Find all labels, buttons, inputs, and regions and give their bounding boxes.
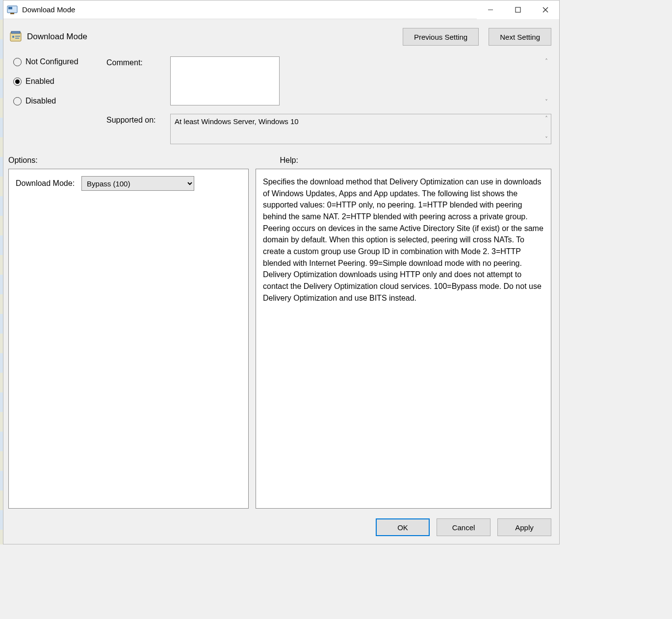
chevron-up-icon: ˄	[543, 57, 550, 65]
titlebar: Download Mode	[3, 0, 559, 19]
window-title: Download Mode	[22, 5, 477, 14]
svg-rect-7	[10, 32, 21, 41]
svg-rect-8	[11, 31, 20, 33]
svg-rect-10	[15, 36, 20, 37]
svg-rect-2	[10, 13, 14, 14]
options-heading: Options:	[8, 156, 280, 165]
radio-disabled[interactable]: Disabled	[13, 97, 106, 105]
policy-header: Download Mode Previous Setting Next Sett…	[3, 19, 559, 51]
radio-not-configured[interactable]: Not Configured	[13, 57, 106, 66]
policy-editor-window: Download Mode Download Mode Pr	[3, 0, 560, 544]
radio-icon	[13, 58, 22, 66]
help-text: Specifies the download method that Deliv…	[263, 178, 543, 302]
maximize-button[interactable]	[504, 0, 532, 19]
chevron-down-icon: ˅	[543, 98, 550, 106]
supported-on-label: Supported on:	[106, 114, 170, 125]
help-pane: Specifies the download method that Deliv…	[256, 169, 551, 509]
svg-rect-11	[15, 38, 19, 39]
svg-rect-1	[8, 7, 12, 9]
next-setting-button[interactable]: Next Setting	[489, 28, 551, 46]
apply-button[interactable]: Apply	[497, 518, 551, 536]
radio-label: Not Configured	[26, 57, 78, 66]
minimize-button[interactable]	[477, 0, 504, 19]
previous-setting-button[interactable]: Previous Setting	[403, 28, 479, 46]
radio-label: Enabled	[26, 77, 54, 86]
radio-icon	[13, 77, 22, 86]
comment-input[interactable]	[170, 56, 280, 105]
supported-on-value: At least Windows Server, Windows 10	[170, 114, 551, 144]
comment-label: Comment:	[106, 56, 170, 67]
close-button[interactable]	[532, 0, 559, 19]
download-mode-option-label: Download Mode:	[16, 178, 75, 189]
options-pane: Download Mode: Bypass (100)	[8, 169, 249, 509]
app-icon	[6, 4, 18, 16]
radio-label: Disabled	[26, 97, 56, 105]
policy-title: Download Mode	[27, 32, 395, 42]
state-radio-group: Not Configured Enabled Disabled	[13, 56, 106, 151]
help-heading: Help:	[280, 156, 552, 165]
radio-icon	[13, 97, 22, 105]
download-mode-select[interactable]: Bypass (100)	[81, 176, 194, 191]
policy-icon	[9, 30, 22, 43]
svg-point-9	[12, 36, 14, 38]
dialog-footer: OK Cancel Apply	[3, 509, 559, 544]
svg-rect-4	[516, 7, 520, 12]
radio-enabled[interactable]: Enabled	[13, 77, 106, 86]
cancel-button[interactable]: Cancel	[437, 518, 491, 536]
ok-button[interactable]: OK	[376, 518, 430, 536]
